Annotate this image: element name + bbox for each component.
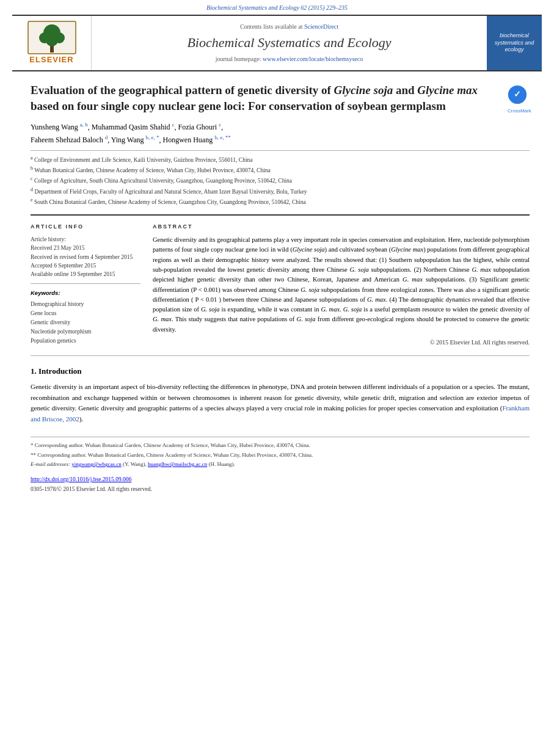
footnote-star1: * Corresponding author. Wuhan Botanical … [31, 441, 530, 449]
keyword-4: Nucleotide polymorphism [31, 327, 140, 336]
journal-title-section: Contents lists available at ScienceDirec… [92, 16, 487, 70]
bse-logo-section: biochemical systematics and ecology [487, 16, 542, 70]
sciencedirect-link[interactable]: ScienceDirect [304, 23, 338, 30]
frankham-citation-link[interactable]: Frankham and Briscoe, 2002 [31, 404, 530, 423]
left-column: ARTICLE INFO Article history: Received 2… [31, 223, 140, 347]
homepage-link[interactable]: www.elsevier.com/locate/biochemsyseco [263, 56, 363, 62]
intro-paragraph: Genetic diversity is an important aspect… [31, 382, 530, 424]
bse-logo-text: biochemical systematics and ecology [490, 32, 538, 54]
elsevier-tree-icon [27, 21, 76, 54]
journal-homepage: journal homepage: www.elsevier.com/locat… [216, 55, 363, 64]
keywords-label: Keywords: [31, 289, 140, 297]
article-history-label: Article history: [31, 235, 140, 244]
title-section: Evaluation of the geographical pattern o… [31, 82, 530, 114]
svg-text:✓: ✓ [514, 90, 521, 100]
crossmark-section: ✓ CrossMark [508, 85, 530, 114]
elsevier-brand-text: ELSEVIER [27, 54, 76, 65]
email-hongwen-link[interactable]: huanglhw@mailscbg.ac.cn [148, 461, 207, 467]
intro-heading: 1. Introduction [31, 366, 530, 377]
footer-notes: * Corresponding author. Wuhan Botanical … [31, 437, 530, 494]
right-column: ABSTRACT Genetic diversity and its geogr… [153, 223, 530, 347]
article-history-block: Article history: Received 23 May 2015 Re… [31, 235, 140, 284]
doi-link-line: http://dx.doi.org/10.1016/j.bse.2015.09.… [31, 475, 530, 484]
article-info-abstract-section: ARTICLE INFO Article history: Received 2… [31, 214, 530, 347]
elsevier-logo-section: ELSEVIER [12, 16, 92, 70]
keyword-2: Gene locus [31, 309, 140, 318]
authors-line: Yunsheng Wang a, b, Muhammad Qasim Shahi… [31, 120, 530, 146]
email-addresses: E-mail addresses: yingwang@wbgcas.cn (Y.… [31, 460, 530, 468]
online-date: Available online 19 September 2015 [31, 270, 140, 278]
keyword-1: Demographical history [31, 300, 140, 309]
affil-c: c College of Agriculture, South China Ag… [31, 175, 530, 185]
journal-reference: Biochemical Systematics and Ecology 62 (… [0, 0, 554, 15]
section-divider [31, 355, 530, 356]
abstract-label: ABSTRACT [153, 223, 530, 231]
affiliations-section: a College of Environment and Life Scienc… [31, 150, 530, 207]
affil-e: e South China Botanical Garden, Chinese … [31, 197, 530, 206]
abstract-text: Genetic diversity and its geographical p… [153, 235, 530, 335]
paper-title: Evaluation of the geographical pattern o… [31, 82, 500, 114]
accepted-date: Accepted 6 September 2015 [31, 261, 140, 270]
article-info-label: ARTICLE INFO [31, 223, 140, 231]
keywords-block: Keywords: Demographical history Gene loc… [31, 289, 140, 346]
footnote-star2: ** Corresponding author. Wuhan Botanical… [31, 451, 530, 459]
keyword-5: Population genetics [31, 336, 140, 346]
affil-d: d Department of Field Crops, Faculty of … [31, 186, 530, 196]
revised-date: Received in revised form 4 September 201… [31, 253, 140, 261]
affil-a: a College of Environment and Life Scienc… [31, 154, 530, 164]
journal-name: Biochemical Systematics and Ecology [187, 34, 391, 53]
copyright-line: © 2015 Elsevier Ltd. All rights reserved… [153, 338, 530, 347]
paper-content: Evaluation of the geographical pattern o… [0, 71, 554, 505]
issn-line: 0305-1978/© 2015 Elsevier Ltd. All right… [31, 485, 530, 494]
keyword-3: Genetic diversity [31, 318, 140, 327]
svg-point-5 [46, 34, 58, 46]
doi-link[interactable]: http://dx.doi.org/10.1016/j.bse.2015.09.… [31, 476, 131, 482]
introduction-section: 1. Introduction Genetic diversity is an … [31, 366, 530, 425]
sciencedirect-line: Contents lists available at ScienceDirec… [240, 23, 338, 31]
journal-header: ELSEVIER Contents lists available at Sci… [12, 15, 542, 71]
email-ying-link[interactable]: yingwang@wbgcas.cn [71, 461, 122, 467]
crossmark-icon: ✓ [508, 85, 527, 104]
affil-b: b Wuhan Botanical Garden, Chinese Academ… [31, 165, 530, 175]
received-date: Received 23 May 2015 [31, 244, 140, 252]
